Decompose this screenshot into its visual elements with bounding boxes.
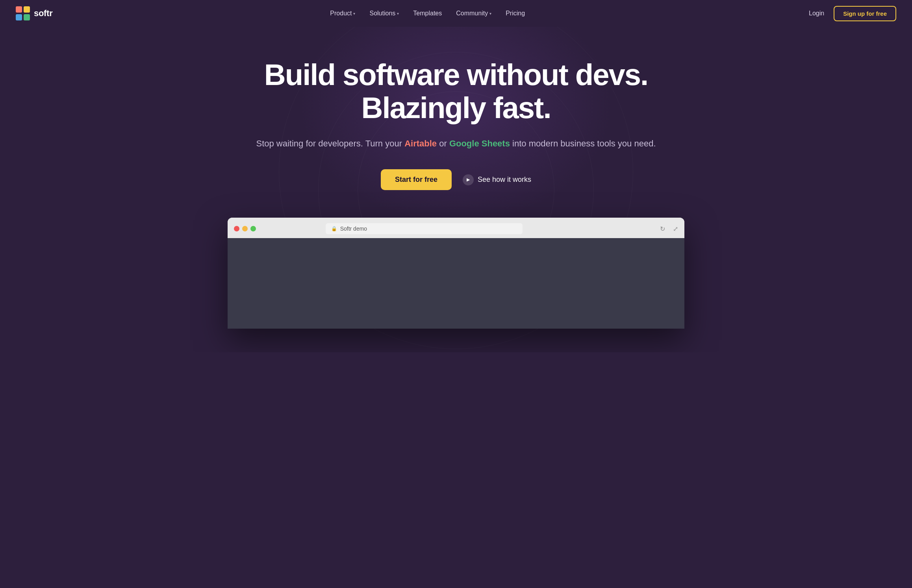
- hero-cta: Start for free ▶ See how it works: [8, 169, 904, 190]
- browser-minimize-button[interactable]: [242, 226, 248, 231]
- signup-button[interactable]: Sign up for free: [834, 6, 896, 21]
- login-button[interactable]: Login: [803, 7, 830, 20]
- browser-mockup: 🔒 Softr demo ↻ ⤢: [228, 218, 684, 329]
- browser-reload-button[interactable]: ↻: [657, 225, 668, 233]
- start-for-free-button[interactable]: Start for free: [381, 169, 452, 190]
- hero-section: Build software without devs. Blazingly f…: [0, 27, 912, 352]
- nav-links: Product ▾ Solutions ▾ Templates Communit…: [324, 7, 531, 20]
- nav-item-community[interactable]: Community ▾: [450, 7, 498, 20]
- hero-headline: Build software without devs. Blazingly f…: [8, 58, 904, 124]
- svg-rect-0: [16, 6, 22, 13]
- nav-link-pricing[interactable]: Pricing: [499, 7, 531, 20]
- nav-link-community[interactable]: Community ▾: [450, 7, 498, 20]
- sheets-link[interactable]: Google Sheets: [449, 139, 510, 148]
- nav-item-product[interactable]: Product ▾: [324, 7, 361, 20]
- browser-close-button[interactable]: [234, 226, 239, 231]
- svg-rect-3: [24, 14, 30, 20]
- nav-item-templates[interactable]: Templates: [407, 7, 448, 20]
- browser-maximize-button[interactable]: [250, 226, 256, 231]
- nav-actions: Login Sign up for free: [803, 6, 896, 21]
- nav-link-product[interactable]: Product ▾: [324, 7, 361, 20]
- logo-link[interactable]: softr: [16, 6, 52, 20]
- browser-content: [228, 238, 684, 329]
- logo-icon: [16, 6, 30, 20]
- browser-dots: [234, 226, 256, 231]
- nav-link-solutions[interactable]: Solutions ▾: [363, 7, 405, 20]
- logo-text: softr: [34, 8, 52, 18]
- svg-rect-1: [24, 6, 30, 13]
- play-icon: ▶: [463, 174, 474, 185]
- nav-link-templates[interactable]: Templates: [407, 7, 448, 20]
- chevron-down-icon: ▾: [489, 11, 491, 16]
- nav-item-pricing[interactable]: Pricing: [499, 7, 531, 20]
- airtable-link[interactable]: Airtable: [404, 139, 437, 148]
- main-nav: softr Product ▾ Solutions ▾ Templates Co…: [0, 0, 912, 27]
- hero-subtext: Stop waiting for developers. Turn your A…: [8, 137, 904, 150]
- browser-mockup-container: 🔒 Softr demo ↻ ⤢: [220, 218, 692, 329]
- browser-url-bar: 🔒 Softr demo: [326, 223, 523, 234]
- nav-item-solutions[interactable]: Solutions ▾: [363, 7, 405, 20]
- browser-expand-button[interactable]: ⤢: [673, 225, 678, 233]
- browser-url-text: Softr demo: [340, 226, 367, 232]
- browser-topbar: 🔒 Softr demo ↻ ⤢: [228, 218, 684, 238]
- chevron-down-icon: ▾: [353, 11, 355, 16]
- lock-icon: 🔒: [331, 226, 337, 231]
- chevron-down-icon: ▾: [397, 11, 399, 16]
- svg-rect-2: [16, 14, 22, 20]
- see-how-it-works-button[interactable]: ▶ See how it works: [463, 174, 531, 185]
- hero-glow: [298, 27, 614, 224]
